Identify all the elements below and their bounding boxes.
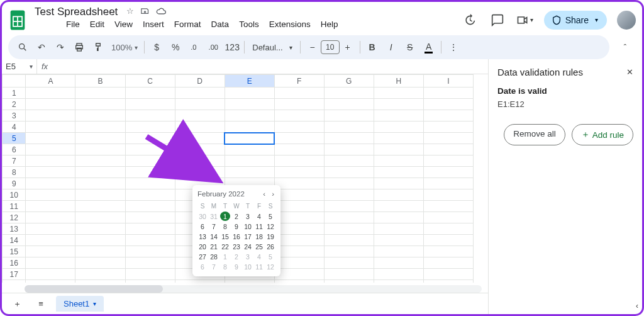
cell-I15[interactable] bbox=[423, 246, 473, 257]
cell-D18[interactable] bbox=[175, 280, 225, 283]
cell-H7[interactable] bbox=[374, 155, 423, 167]
cell-F3[interactable] bbox=[274, 110, 324, 121]
print-icon[interactable] bbox=[71, 39, 87, 55]
redo-icon[interactable]: ↷ bbox=[52, 39, 69, 55]
cell-H8[interactable] bbox=[374, 167, 423, 178]
menu-view[interactable]: View bbox=[111, 18, 136, 30]
cell-I7[interactable] bbox=[423, 155, 473, 167]
cell-G4[interactable] bbox=[324, 121, 374, 133]
dp-day-9[interactable]: 9 bbox=[231, 222, 242, 231]
dp-day-8[interactable]: 8 bbox=[220, 222, 230, 231]
meet-icon[interactable]: ▾ bbox=[516, 11, 534, 29]
dp-day-1[interactable]: 1 bbox=[220, 212, 230, 221]
menu-edit[interactable]: Edit bbox=[86, 18, 108, 30]
cell-G16[interactable] bbox=[324, 257, 374, 269]
dp-day-11[interactable]: 11 bbox=[254, 222, 264, 231]
datepicker-next-icon[interactable]: › bbox=[270, 190, 275, 198]
cell-G15[interactable] bbox=[324, 246, 374, 257]
cell-G11[interactable] bbox=[324, 201, 374, 212]
cell-I4[interactable] bbox=[423, 121, 473, 133]
cell-G6[interactable] bbox=[324, 144, 374, 155]
col-header-E[interactable]: E bbox=[225, 75, 274, 87]
cell-F4[interactable] bbox=[274, 121, 324, 133]
row-header-15[interactable]: 15 bbox=[3, 246, 26, 257]
cell-C4[interactable] bbox=[125, 121, 175, 133]
cell-F8[interactable] bbox=[274, 167, 324, 178]
menu-file[interactable]: File bbox=[62, 18, 84, 30]
font-size-input[interactable]: 10 bbox=[321, 40, 340, 54]
cell-G8[interactable] bbox=[324, 167, 374, 178]
dp-day-25[interactable]: 25 bbox=[254, 242, 264, 251]
cell-I16[interactable] bbox=[423, 257, 473, 269]
dp-day-6[interactable]: 6 bbox=[197, 262, 208, 271]
cell-B17[interactable] bbox=[75, 269, 125, 280]
cell-B6[interactable] bbox=[75, 144, 125, 155]
cell-D6[interactable] bbox=[175, 144, 225, 155]
menu-insert[interactable]: Insert bbox=[139, 18, 168, 30]
cell-H15[interactable] bbox=[374, 246, 423, 257]
dp-day-10[interactable]: 10 bbox=[243, 262, 253, 271]
cell-F6[interactable] bbox=[274, 144, 324, 155]
cell-E8[interactable] bbox=[225, 167, 274, 178]
cell-G13[interactable] bbox=[324, 223, 374, 235]
cell-A5[interactable] bbox=[26, 133, 75, 144]
cloud-status-icon[interactable] bbox=[156, 6, 166, 18]
undo-icon[interactable]: ↶ bbox=[33, 39, 50, 55]
cell-G18[interactable] bbox=[324, 280, 374, 283]
dp-day-15[interactable]: 15 bbox=[220, 232, 230, 241]
cell-C2[interactable] bbox=[125, 99, 175, 110]
cell-G7[interactable] bbox=[324, 155, 374, 167]
account-avatar[interactable] bbox=[617, 11, 636, 30]
dp-day-22[interactable]: 22 bbox=[220, 242, 230, 251]
col-header-G[interactable]: G bbox=[324, 75, 374, 87]
cell-H13[interactable] bbox=[374, 223, 423, 235]
cell-A6[interactable] bbox=[26, 144, 75, 155]
cell-F11[interactable] bbox=[274, 201, 324, 212]
cell-F9[interactable] bbox=[274, 178, 324, 189]
datepicker-prev-icon[interactable]: ‹ bbox=[262, 190, 267, 198]
cell-G17[interactable] bbox=[324, 269, 374, 280]
col-header-I[interactable]: I bbox=[423, 75, 473, 87]
dp-day-9[interactable]: 9 bbox=[231, 262, 242, 271]
row-header-4[interactable]: 4 bbox=[3, 121, 26, 133]
cell-C8[interactable] bbox=[125, 167, 175, 178]
cell-C16[interactable] bbox=[125, 257, 175, 269]
row-header-11[interactable]: 11 bbox=[3, 201, 26, 212]
cell-A18[interactable] bbox=[26, 280, 75, 283]
cell-F17[interactable] bbox=[274, 269, 324, 280]
row-header-18[interactable]: 18 bbox=[3, 280, 26, 283]
dp-day-1[interactable]: 1 bbox=[220, 252, 230, 261]
cell-H14[interactable] bbox=[374, 235, 423, 246]
menu-help[interactable]: Help bbox=[317, 18, 342, 30]
cell-C13[interactable] bbox=[125, 223, 175, 235]
cell-I9[interactable] bbox=[423, 178, 473, 189]
sheet-tab[interactable]: Sheet1▾ bbox=[56, 296, 104, 312]
dp-day-12[interactable]: 12 bbox=[265, 222, 275, 231]
cell-F15[interactable] bbox=[274, 246, 324, 257]
cell-B8[interactable] bbox=[75, 167, 125, 178]
cell-B4[interactable] bbox=[75, 121, 125, 133]
cell-G14[interactable] bbox=[324, 235, 374, 246]
dp-day-23[interactable]: 23 bbox=[231, 242, 242, 251]
menu-extensions[interactable]: Extensions bbox=[265, 18, 314, 30]
cell-H12[interactable] bbox=[374, 212, 423, 223]
dp-day-20[interactable]: 20 bbox=[197, 242, 208, 251]
cell-F13[interactable] bbox=[274, 223, 324, 235]
dp-day-6[interactable]: 6 bbox=[197, 222, 208, 231]
dp-day-16[interactable]: 16 bbox=[231, 232, 242, 241]
cell-C12[interactable] bbox=[125, 212, 175, 223]
remove-all-button[interactable]: Remove all bbox=[504, 124, 565, 145]
cell-G9[interactable] bbox=[324, 178, 374, 189]
row-header-2[interactable]: 2 bbox=[3, 99, 26, 110]
text-color-icon[interactable]: A bbox=[421, 39, 437, 55]
cell-B1[interactable] bbox=[75, 87, 125, 99]
dp-day-3[interactable]: 3 bbox=[243, 212, 253, 221]
dp-day-30[interactable]: 30 bbox=[197, 212, 208, 221]
select-all-corner[interactable] bbox=[3, 75, 26, 87]
cell-D2[interactable] bbox=[175, 99, 225, 110]
cell-C18[interactable] bbox=[125, 280, 175, 283]
bold-icon[interactable]: B bbox=[364, 39, 380, 55]
cell-D4[interactable] bbox=[175, 121, 225, 133]
cell-D7[interactable] bbox=[175, 155, 225, 167]
cell-A3[interactable] bbox=[26, 110, 75, 121]
